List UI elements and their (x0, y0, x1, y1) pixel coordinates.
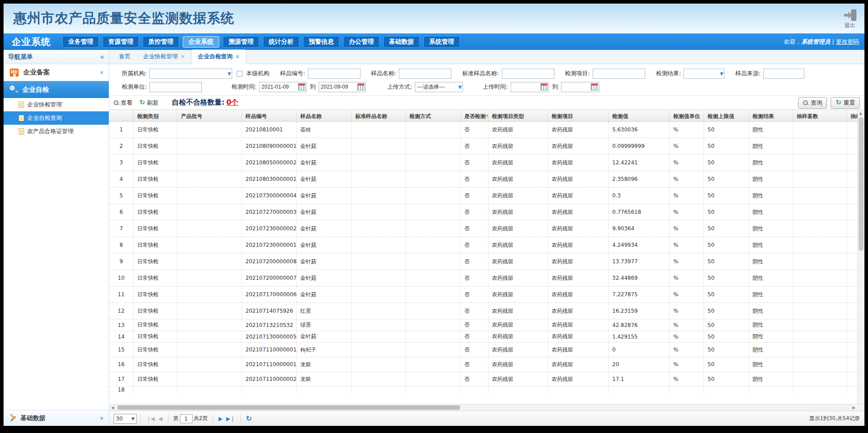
scrollbar-thumb[interactable] (117, 405, 460, 410)
sidebar-collapse-icon[interactable]: « (100, 53, 104, 61)
nav-item-quality[interactable]: 质控管理 (143, 36, 179, 48)
table-header-cell[interactable]: 标准样品名称 (352, 110, 406, 121)
table-header-cell[interactable]: 样品编号 (242, 110, 297, 121)
upload-time-to[interactable] (561, 82, 599, 92)
local-org-checkbox[interactable] (237, 71, 242, 77)
table-cell (488, 387, 548, 393)
logout-button[interactable]: 退出 (843, 9, 856, 29)
reload-icon[interactable]: ↻ (246, 414, 252, 423)
table-header-cell[interactable]: 检测值单位 (670, 110, 704, 121)
row-number-cell: 1 (109, 122, 134, 138)
prev-page-button[interactable]: ◀ (158, 416, 162, 422)
table-cell (793, 372, 847, 386)
table-row[interactable]: 5日常快检202107300000004金针菇否农药残留农药残留0.3%50阴性 (109, 188, 864, 204)
last-page-button[interactable]: ▶❘ (226, 416, 234, 422)
nav-item-enterprise[interactable]: 企业系统 (183, 36, 219, 48)
sidebar-footer-basedata[interactable]: 基础数据 » (4, 410, 109, 426)
table-row[interactable]: 7日常快检202107230000002金针菇否农药残留农药残留9.90364%… (109, 221, 864, 237)
scroll-left-icon[interactable]: ◀ (111, 405, 114, 410)
sample-source-input[interactable] (763, 69, 804, 79)
table-row[interactable]: 17日常快检202107110000002龙眼否农药残留农药残留17.1%50阴… (109, 372, 864, 387)
table-header-cell[interactable]: 检测值 (609, 110, 670, 121)
sidebar-item-certificate[interactable]: 农产品合格证管理 (4, 125, 109, 138)
table-header-cell[interactable]: 检测项目类型 (488, 110, 548, 121)
query-button[interactable]: 查询 (798, 97, 827, 109)
nav-item-stats[interactable]: 统计分析 (263, 36, 299, 48)
chevron-expand-icon[interactable]: » (99, 70, 106, 74)
sidebar-group-registration[interactable]: 企业备案 » (4, 64, 109, 81)
table-row[interactable]: 11日常快检202107170000006金针菇否农药残留农药残留7.22787… (109, 286, 864, 303)
table-header-cell[interactable]: 检测项目 (548, 110, 609, 121)
tab-selfcheck-query[interactable]: 企业自检查询× (191, 49, 246, 64)
test-unit-input[interactable] (149, 82, 202, 92)
nav-item-business[interactable]: 业务管理 (62, 36, 99, 48)
calendar-icon[interactable] (357, 83, 364, 90)
table-row[interactable]: 3日常快检202108050000002金针菇否农药残留农药残留12.42241… (109, 155, 864, 171)
scrollbar-thumb[interactable] (859, 117, 864, 251)
sidebar-item-quickcheck[interactable]: 企业快检管理 (4, 98, 109, 111)
scroll-right-icon[interactable]: ▶ (852, 405, 856, 410)
table-row[interactable]: 1日常快检20210810001荔枝否农药残留农药残留5.630036%50阴性 (109, 122, 864, 138)
sample-no-input[interactable] (308, 69, 360, 79)
table-row[interactable]: 14日常快检202107130000005金针菇否农药残留农药残留1.42915… (109, 331, 864, 343)
table-row[interactable]: 2日常快检202108090000001金针菇否农药残留农药残留0.099999… (109, 138, 864, 155)
sidebar-group-selfcheck[interactable]: 企业自检 (4, 81, 109, 98)
tab-quickcheck[interactable]: 企业快检管理× (137, 50, 191, 64)
table-row[interactable]: 8日常快检202107230000001金针菇否农药残留农药残留4.249934… (109, 237, 864, 253)
table-header-cell[interactable]: 样品名称 (297, 110, 352, 121)
upload-mode-select[interactable]: ---请选择---▼ (415, 82, 463, 92)
table-header-cell[interactable]: 检测结果 (749, 110, 793, 121)
calendar-icon[interactable] (298, 83, 305, 90)
horizontal-scrollbar[interactable]: ◀ ▶ (109, 404, 864, 411)
table-header-cell[interactable]: 是否检测卡 (461, 110, 488, 121)
nav-item-warning[interactable]: 预警信息 (303, 36, 340, 48)
table-header-cell[interactable]: 抽样基数 (793, 110, 847, 121)
chevron-expand-icon[interactable]: » (99, 416, 106, 420)
vertical-scrollbar[interactable]: ▲ (857, 110, 864, 404)
table-header-cell[interactable]: 产品批号 (177, 110, 242, 121)
std-sample-name-input[interactable] (502, 69, 554, 79)
table-row[interactable]: 18 (109, 387, 864, 393)
scroll-up-icon[interactable]: ▲ (859, 111, 862, 115)
tab-home[interactable]: 首页 (113, 50, 137, 64)
sample-name-input[interactable] (399, 69, 451, 79)
org-select[interactable]: ▼ (149, 69, 232, 79)
test-item-input[interactable] (593, 69, 645, 79)
calendar-icon[interactable] (540, 83, 548, 90)
refresh-button[interactable]: ↻刷新 (139, 99, 159, 107)
table-cell: 阴性 (749, 319, 793, 331)
calendar-icon[interactable] (591, 83, 598, 90)
nav-item-resource[interactable]: 资源管理 (102, 36, 139, 48)
table-header-cell[interactable]: 检测类别 (134, 110, 177, 121)
table-row[interactable]: 12日常快检20210714075926红茶否农药残留农药残留16.23159%… (109, 303, 864, 319)
table-row[interactable]: 6日常快检202107270000003金针菇否农药残留农药残留0.776561… (109, 204, 864, 221)
nav-item-system[interactable]: 系统管理 (423, 36, 460, 48)
test-result-select[interactable]: ▼ (684, 69, 725, 79)
table-header-cell[interactable]: 检测方式 (406, 110, 461, 121)
close-icon[interactable]: × (180, 53, 185, 60)
upload-time-from[interactable] (511, 82, 549, 92)
table-row[interactable]: 10日常快检202107200000007金针菇否农药残留农药残留32.4486… (109, 270, 864, 286)
nav-item-basedata[interactable]: 基础数据 (383, 36, 420, 48)
table-row[interactable]: 4日常快检202108030000001金针菇否农药残留农药残留2.358096… (109, 171, 864, 188)
table-row[interactable]: 16日常快检202107110000001龙眼否农药残留农药残留20%50阴性 (109, 357, 864, 372)
page-suffix: 共2页 (194, 415, 208, 422)
page-size-select[interactable]: 30▼ (114, 414, 137, 424)
page-number-input[interactable] (180, 414, 192, 423)
test-time-from[interactable] (259, 82, 307, 92)
change-password-link[interactable]: 更改密码 (836, 38, 859, 45)
reset-button[interactable]: ↻重置 (831, 97, 860, 109)
close-icon[interactable]: × (235, 53, 240, 60)
table-row[interactable]: 13日常快检20210713210532绿茶否农药残留农药残留42.82876%… (109, 319, 864, 331)
table-row[interactable]: 15日常快检202107110000001枸杞子否农药残留农药残留0%50阴性 (109, 343, 864, 357)
table-row[interactable]: 9日常快检202107200000008金针菇否农药残留农药残留13.73977… (109, 253, 864, 270)
next-page-button[interactable]: ▶ (218, 416, 222, 422)
test-time-to[interactable] (319, 82, 366, 92)
first-page-button[interactable]: ❘◀ (146, 416, 155, 422)
fail-count-value[interactable]: 0个 (226, 98, 238, 106)
sidebar-item-selfcheck-query[interactable]: 企业自检查询 (4, 111, 109, 125)
nav-item-office[interactable]: 办公管理 (343, 36, 380, 48)
table-header-cell[interactable]: 检测上限值 (704, 110, 749, 121)
nav-item-trace[interactable]: 溯源管理 (223, 36, 259, 48)
view-button[interactable]: 查看 (114, 99, 132, 107)
